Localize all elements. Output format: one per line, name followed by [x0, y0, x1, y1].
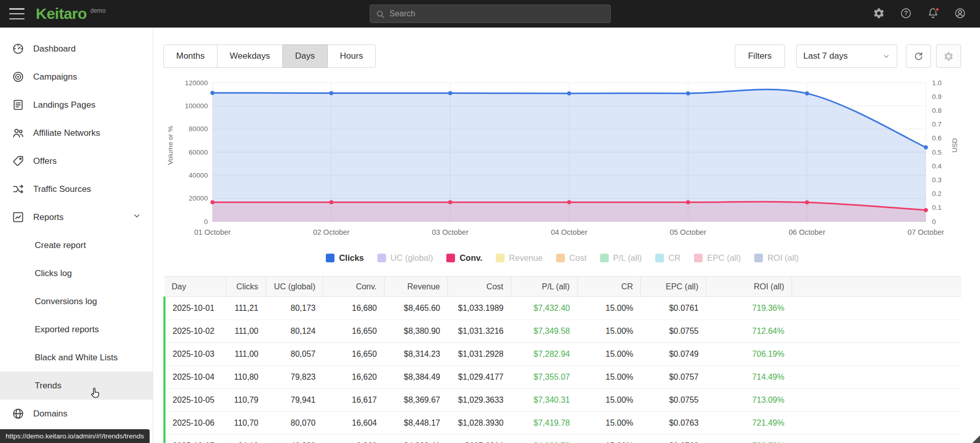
global-search [370, 5, 611, 23]
chart-settings-button[interactable] [936, 44, 961, 68]
sidebar-item-landings-pages[interactable]: Landings Pages [0, 91, 153, 119]
legend-swatch [754, 254, 763, 262]
dashboard-icon [11, 42, 25, 56]
logo-text: Keitaro [36, 6, 87, 21]
cell-conv: 16,650 [323, 320, 384, 343]
col-roi-all[interactable]: ROI (all) [706, 277, 792, 297]
col-uc-global[interactable]: UC (global) [266, 277, 323, 297]
tab-weekdays[interactable]: Weekdays [217, 44, 283, 68]
sidebar-item-exported-reports[interactable]: Exported reports [0, 315, 153, 343]
col-conv[interactable]: Conv. [323, 277, 384, 297]
cell-conv: 16,680 [323, 297, 384, 320]
sidebar-item-label: Exported reports [35, 325, 99, 335]
menu-toggle-button[interactable] [9, 8, 25, 19]
col-cr[interactable]: CR [577, 277, 640, 297]
sidebar-item-reports[interactable]: Reports [0, 203, 153, 231]
svg-text:06 October: 06 October [788, 228, 825, 236]
cell-p-l-all: $7,349.58 [511, 320, 577, 343]
cell-epc-all: $0.0755 [640, 389, 706, 412]
notifications-button[interactable] [926, 7, 940, 20]
cell-revenue: $4,998.41 [384, 435, 447, 443]
table-row: 2025-10-02111,0080,12416,650$8,380.90$1,… [164, 320, 961, 343]
refresh-button[interactable] [906, 44, 931, 68]
cell-clicks: 110,70 [226, 412, 266, 435]
svg-text:100000: 100000 [185, 102, 208, 110]
trends-table: DayClicksUC (global)Conv.RevenueCostP/L … [163, 276, 961, 443]
svg-text:80000: 80000 [188, 125, 208, 133]
col-cost[interactable]: Cost [447, 277, 511, 297]
cell-conv: 16,617 [323, 389, 384, 412]
legend-swatch [496, 254, 505, 262]
cell-p-l-all: $7,340.31 [511, 389, 577, 412]
legend-item-epc-all[interactable]: EPC (all) [694, 253, 741, 263]
search-icon [375, 9, 385, 19]
col-p-l-all[interactable]: P/L (all) [511, 277, 577, 297]
trends-chart[interactable]: 02000040000600008000010000012000001 Octo… [177, 76, 948, 237]
legend-item-uc-global[interactable]: UC (global) [377, 253, 433, 263]
legend-item-p-l-all[interactable]: P/L (all) [600, 253, 642, 263]
help-button[interactable]: ? [899, 7, 913, 20]
legend-item-clicks[interactable]: Clicks [326, 253, 364, 263]
filters-button[interactable]: Filters [735, 44, 785, 68]
sidebar-item-clicks-log[interactable]: Clicks log [0, 259, 153, 287]
col-day[interactable]: Day [164, 277, 226, 297]
sidebar-item-affiliate-networks[interactable]: Affiliate Networks [0, 119, 153, 147]
notification-badge [935, 7, 940, 12]
cell-day: 2025-10-02 [164, 320, 226, 343]
svg-text:04 October: 04 October [551, 228, 588, 236]
svg-text:03 October: 03 October [432, 228, 469, 236]
account-button[interactable] [953, 7, 967, 20]
tab-months[interactable]: Months [163, 44, 218, 68]
svg-text:0.8: 0.8 [932, 107, 942, 114]
settings-button[interactable] [872, 7, 886, 20]
legend-item-cr[interactable]: CR [655, 253, 681, 263]
svg-text:0.9: 0.9 [932, 93, 942, 101]
legend-swatch [377, 254, 386, 262]
svg-text:1.0: 1.0 [932, 79, 942, 87]
legend-item-roi-all[interactable]: ROI (all) [754, 253, 799, 263]
date-range-select[interactable]: Last 7 days [796, 44, 897, 68]
cell-cost: $1,033.1989 [447, 297, 511, 320]
search-input[interactable] [390, 9, 605, 18]
sidebar-item-campaigns[interactable]: Campaigns [0, 63, 153, 91]
cell-uc-global: 79,823 [266, 366, 323, 389]
sidebar-item-create-report[interactable]: Create report [0, 231, 153, 259]
cell-uc-global: 79,941 [266, 389, 323, 412]
sidebar-item-dashboard[interactable]: Dashboard [0, 35, 153, 63]
help-icon: ? [900, 7, 912, 21]
col-revenue[interactable]: Revenue [384, 277, 447, 297]
cell-p-l-all: $7,282.94 [511, 343, 577, 366]
svg-text:0: 0 [932, 218, 936, 226]
sidebar-item-label: Conversions log [35, 297, 97, 307]
sidebar-item-trends[interactable]: Trends [0, 372, 153, 400]
tab-days[interactable]: Days [282, 44, 328, 68]
cell-clicks: 110,80 [226, 366, 266, 389]
user-icon [954, 7, 966, 21]
sidebar-item-domains[interactable]: Domains [0, 400, 153, 428]
cell-p-l-all: $7,432.40 [511, 297, 577, 320]
svg-text:0.1: 0.1 [932, 204, 942, 211]
legend-item-cost[interactable]: Cost [556, 253, 587, 263]
sidebar-item-conversions-log[interactable]: Conversions log [0, 287, 153, 315]
cell-revenue: $8,465.60 [384, 297, 447, 320]
sidebar-item-offers[interactable]: Offers [0, 147, 153, 175]
svg-text:0.2: 0.2 [932, 190, 942, 198]
svg-text:05 October: 05 October [670, 228, 706, 236]
legend-label: UC (global) [391, 253, 433, 263]
col-epc-all[interactable]: EPC (all) [640, 277, 706, 297]
cell-revenue: $8,384.49 [384, 366, 447, 389]
col-filler [792, 277, 961, 297]
cell-epc-all: $0.0757 [640, 366, 706, 389]
sidebar-item-traffic-sources[interactable]: Traffic Sources [0, 175, 153, 203]
col-clicks[interactable]: Clicks [226, 277, 266, 297]
legend-item-revenue[interactable]: Revenue [496, 253, 543, 263]
legend-swatch [694, 254, 703, 262]
legend-item-conv[interactable]: Conv. [446, 253, 483, 263]
tab-hours[interactable]: Hours [327, 44, 376, 68]
app-logo[interactable]: Keitaro demo [36, 6, 106, 21]
cell-cost: $1,029.3633 [447, 389, 511, 412]
gear-icon [943, 51, 954, 62]
sidebar-item-black-and-white-lists[interactable]: Black and White Lists [0, 343, 153, 372]
svg-text:02 October: 02 October [313, 228, 350, 236]
chart-legend: ClicksUC (global)Conv.RevenueCostP/L (al… [163, 252, 961, 264]
